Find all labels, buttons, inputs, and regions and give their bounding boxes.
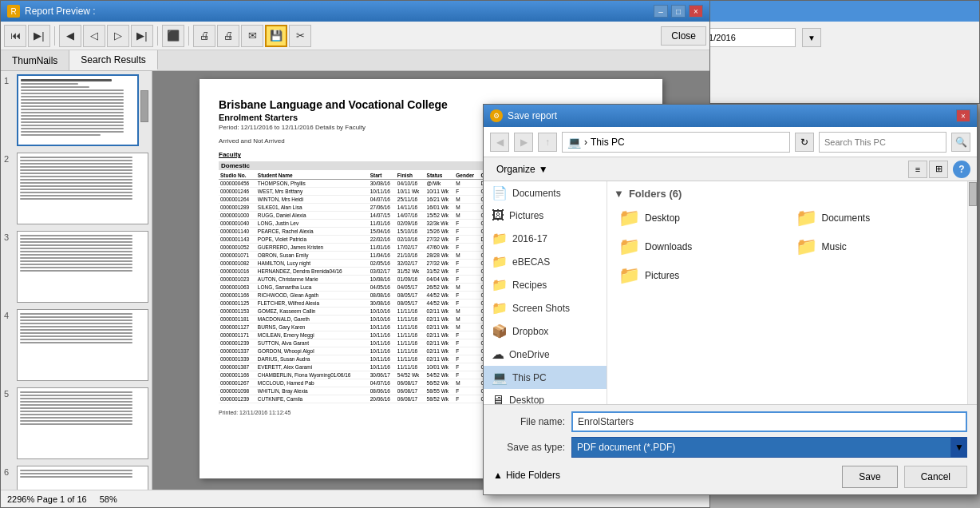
toolbar-nav-next-btn[interactable]: ▷ [107,25,129,47]
thumb-scrollbar-handle[interactable] [140,90,148,122]
cell-start: 08/06/16 [369,387,396,395]
background-window: ▼ [693,0,980,104]
dialog-scrollbar[interactable] [967,181,977,404]
thumb-line [21,105,124,107]
search-btn[interactable]: 🔍 [951,133,970,152]
toolbar-nav-prev-btn[interactable]: ◁ [83,25,105,47]
thumbnail-page-3[interactable]: 3 [4,231,148,303]
thumb-img-3[interactable] [17,231,148,303]
cell-gender: F [454,244,479,252]
cell-id: 0000001339 [219,355,256,363]
sidebar-item-onedrive[interactable]: ☁ OneDrive [484,343,607,366]
toolbar-prev-page-btn[interactable]: ▶| [28,25,50,47]
thumb-line [21,86,89,88]
thumbnail-page-5[interactable]: 5 [4,387,148,459]
dialog-scrollbar-handle[interactable] [969,182,977,206]
toolbar-email-btn[interactable]: ✉ [241,25,263,47]
dialog-file-main[interactable]: ▼ Folders (6) 📁 Desktop 📁 Documents 📁 Do… [607,181,967,404]
tab-thumbnails[interactable]: ThumNails [1,50,69,70]
cell-finish: 06/08/17 [396,395,425,403]
filename-label: File name: [493,416,565,427]
tab-search-results[interactable]: Search Results [69,50,157,70]
cell-gender: M [454,379,479,387]
bg-dropdown-btn[interactable]: ▼ [802,28,821,47]
hide-folders-btn[interactable]: ▲ Hide Folders [493,470,560,481]
saveas-select[interactable]: PDF document (*.PDF) [571,437,951,458]
close-window-btn[interactable]: × [689,5,703,18]
toolbar-nav-last-btn[interactable]: ▶| [131,25,153,47]
minimize-btn[interactable]: – [654,5,668,18]
sidebar-item-label: Recipes [512,280,547,291]
toolbar-save-btn[interactable]: 💾 [265,25,287,47]
sidebar-item-pictures[interactable]: 🖼 Pictures [484,204,607,227]
toolbar-scissors-btn[interactable]: ✂ [289,25,311,47]
thumb-line [20,176,132,177]
cell-status: 27/32 Wk [425,260,455,268]
thumbnail-page-4[interactable]: 4 [4,309,148,381]
thumb-img-6[interactable] [17,466,148,490]
thumb-line [20,254,132,256]
thumbnail-page-2[interactable]: 2 [4,153,148,224]
cell-status: 47/60 Wk [425,244,455,252]
organize-btn[interactable]: Organize ▼ [490,162,555,177]
help-btn[interactable]: ? [953,161,970,178]
view-list-btn[interactable]: ≡ [908,161,927,178]
cell-status: 02/11 Wk [425,331,455,339]
thumb-img-4[interactable] [17,309,148,381]
cell-start: 30/08/16 [369,180,396,188]
folder-screenshots-icon: 📁 [492,300,508,316]
sidebar-item-dropbox[interactable]: 📦 Dropbox [484,319,607,343]
nav-back-btn[interactable]: ◀ [490,133,509,152]
cancel-btn[interactable]: Cancel [904,466,967,488]
folder-item-music[interactable]: 📁 Music [791,233,962,260]
close-report-btn[interactable]: Close [661,26,706,46]
folder-item-pictures[interactable]: 📁 Pictures [614,262,784,289]
sidebar-item-recipes[interactable]: 📁 Recipes [484,273,607,296]
cell-finish: 17/02/17 [396,244,425,252]
saveas-dropdown-arrow[interactable]: ▼ [951,437,967,458]
cell-finish: 21/10/16 [396,252,425,260]
cell-name: WINTON, Mrs Heidi [256,196,369,204]
toolbar-print-btn[interactable]: 🖨 [193,25,215,47]
cell-status: 44/52 Wk [425,300,455,308]
nav-forward-btn[interactable]: ▶ [514,133,533,152]
cell-name: THOMPSON, Phyllis [256,180,369,188]
filename-input[interactable] [571,411,967,432]
thumb-img-5[interactable] [17,387,148,459]
folder-item-documents[interactable]: 📁 Documents [791,204,962,232]
thumb-line [20,414,132,415]
titlebar-controls: – □ × [654,5,703,18]
thumbnail-page-6[interactable]: 6 [4,466,148,490]
dialog-close-btn[interactable]: × [956,109,970,122]
folder-item-desktop[interactable]: 📁 Desktop [614,204,784,232]
thumb-img-1[interactable] [17,74,139,146]
maximize-btn[interactable]: □ [671,5,686,18]
bg-date-input[interactable] [700,28,796,47]
thumbnail-scroll[interactable]: 1 [1,71,152,490]
cell-start: 10/11/16 [369,347,396,355]
save-btn[interactable]: Save [842,466,897,488]
sidebar-item-screenshots[interactable]: 📁 Screen Shots [484,296,607,319]
cell-start: 10/11/16 [369,323,396,331]
refresh-btn[interactable]: ↻ [795,133,814,152]
search-input[interactable] [819,132,946,153]
sidebar-item-2016-17[interactable]: 📁 2016-17 [484,227,607,250]
cell-finish: 11/11/16 [396,308,425,316]
nav-up-btn[interactable]: ↑ [538,133,557,152]
dialog-address-bar: ◀ ▶ ↑ 💻 › This PC ↻ 🔍 [484,127,977,157]
toolbar-print2-btn[interactable]: 🖨 [217,25,239,47]
view-grid-btn[interactable]: ⊞ [929,161,948,178]
sidebar-item-desktop[interactable]: 🖥 Desktop [484,389,607,404]
thumb-img-2[interactable] [17,153,148,224]
folder-item-downloads[interactable]: 📁 Downloads [614,233,784,260]
sidebar-item-ebecas[interactable]: 📁 eBECAS [484,250,607,273]
cell-name: FLETCHER, Wilfred Alexia [256,300,369,308]
toolbar-first-btn[interactable]: ⏮ [4,25,26,47]
form-bottom: ▲ Hide Folders Save Cancel [493,462,967,488]
sidebar-item-documents[interactable]: 📄 Documents [484,181,607,204]
toolbar-nav-left-btn[interactable]: ◀ [59,25,81,47]
toolbar-stop-btn[interactable]: ⬛ [162,25,184,47]
sidebar-item-thispc[interactable]: 💻 This PC [484,366,607,389]
thumbnail-page-1[interactable]: 1 [4,74,148,146]
status-page-info: 2296% Page 1 of 16 [7,494,87,504]
